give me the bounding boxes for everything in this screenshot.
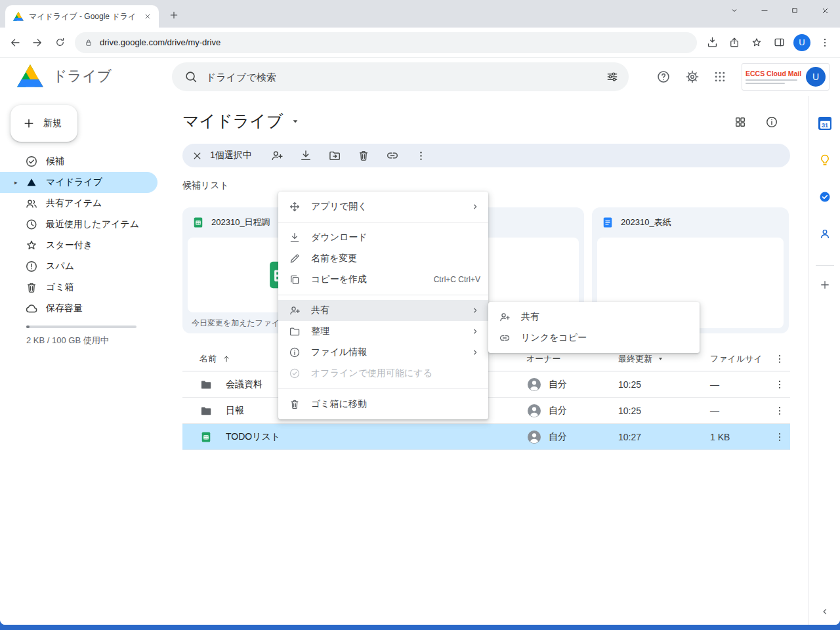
share-person-add-button[interactable] [262,144,291,167]
details-info-icon[interactable] [761,112,782,133]
search-input[interactable] [206,72,592,83]
bookmark-star-icon[interactable] [746,32,768,54]
window-minimize-button[interactable] [749,0,780,21]
sidebar-item-storage[interactable]: 保存容量 [0,298,158,319]
new-button[interactable]: 新規 [10,105,77,142]
side-panel-icon[interactable] [768,32,790,54]
modified-caret-down-icon[interactable] [656,354,665,363]
row-actions-kebab-icon[interactable] [769,431,790,443]
browser-profile-avatar[interactable]: U [793,34,810,51]
back-button[interactable] [4,32,26,54]
account-avatar[interactable]: U [806,67,826,87]
spreadsheet-file-icon [192,216,205,229]
sort-ascending-arrow-icon[interactable] [222,354,231,364]
move-to-folder-button[interactable] [320,144,349,167]
suggested-section-label: 候補リスト [182,180,229,192]
title-caret-down-icon[interactable] [290,116,301,127]
menu-item-organize[interactable]: 整理 [278,321,488,342]
downloads-icon[interactable] [701,32,723,54]
more-actions-kebab-icon[interactable] [407,144,436,167]
sidebar-item-recent[interactable]: 最近使用したアイテム [0,214,158,235]
storage-progress-fill [26,326,30,328]
menu-item-make-copy[interactable]: コピーを作成 Ctrl+C Ctrl+V [278,269,488,290]
header-owner-cell[interactable]: オーナー [526,353,618,365]
menu-item-download[interactable]: ダウンロード [278,227,488,248]
submenu-item-share[interactable]: 共有 [488,306,700,327]
drive-logo[interactable]: ドライブ [17,64,112,88]
reload-button[interactable] [49,32,71,54]
account-badge[interactable]: ECCS Cloud Mail U [742,63,830,91]
share-page-icon[interactable] [723,32,746,54]
row-actions-kebab-icon[interactable] [769,405,790,417]
account-badge-text: ECCS Cloud Mail [746,70,802,84]
google-apps-grid-icon[interactable] [709,66,730,87]
menu-item-share[interactable]: 共有 [278,300,488,321]
address-bar[interactable]: drive.google.com/drive/my-drive [75,32,697,53]
submenu-chevron-right-icon [470,305,480,316]
clear-selection-close-icon[interactable] [185,144,209,167]
row-size-cell: 1 KB [710,432,769,442]
calendar-icon[interactable]: 31 [809,110,840,136]
trash-button[interactable] [349,144,378,167]
sidebar-item-shared[interactable]: 共有アイテム [0,193,158,214]
account-badge-subtext-line [746,83,785,84]
offline-pin-icon [288,367,301,380]
search-icon[interactable] [184,70,198,84]
download-button[interactable] [291,144,320,167]
menu-item-open-with[interactable]: アプリで開く [278,196,488,217]
help-icon[interactable] [653,66,674,87]
forward-button[interactable] [26,32,49,54]
grid-view-toggle-icon[interactable] [730,112,751,133]
tasks-icon[interactable] [809,184,840,210]
hide-side-panel-chevron-icon[interactable] [809,598,840,625]
submenu-item-copy-link[interactable]: リンクをコピー [488,327,700,348]
search-options-tune-icon[interactable] [600,64,625,89]
drive-sidebar: 新規 候補 ▸ マイドライブ 共有アイテム 最近使用したアイテム [0,96,169,625]
header-options-kebab-icon[interactable] [769,353,790,365]
row-actions-kebab-icon[interactable] [769,379,790,390]
sidebar-item-spam[interactable]: スパム [0,256,158,277]
row-size-cell: — [710,379,769,390]
trash-icon [288,398,301,411]
contacts-icon[interactable] [809,220,840,247]
browser-tab[interactable]: マイドライブ - Google ドライブ [5,5,159,28]
sidebar-item-label: 保存容量 [46,303,83,314]
new-tab-button[interactable] [165,7,182,24]
header-modified-cell[interactable]: 最終更新 [618,353,710,365]
sidebar-item-my-drive[interactable]: ▸ マイドライブ [0,172,158,193]
copy-link-button[interactable] [378,144,407,167]
menu-item-label: アプリで開く [311,201,460,213]
menu-item-move-to-trash[interactable]: ゴミ箱に移動 [278,394,488,415]
window-maximize-button[interactable] [780,0,810,21]
owner-name: 自分 [549,431,567,443]
sidebar-item-trash[interactable]: ゴミ箱 [0,277,158,298]
browser-menu-kebab-icon[interactable] [814,32,836,54]
keep-icon[interactable] [809,147,840,173]
site-security-icon[interactable] [84,38,93,47]
settings-gear-icon[interactable] [682,66,703,87]
sidebar-item-starred[interactable]: スター付き [0,235,158,256]
tab-search-chevron-icon[interactable] [719,0,749,21]
sidebar-item-suggested[interactable]: 候補 [0,151,158,172]
header-size-label: ファイルサイ [710,354,763,364]
menu-item-file-info[interactable]: ファイル情報 [278,342,488,363]
share-submenu: 共有 リンクをコピー [488,302,700,353]
organize-folder-icon [288,325,301,338]
table-row-selected[interactable]: TODOリスト 自分 10:27 1 KB [182,424,790,450]
header-size-cell[interactable]: ファイルサイ [710,353,769,365]
row-owner-cell: 自分 [526,429,618,445]
download-icon [288,231,301,244]
sidebar-item-label: 最近使用したアイテム [46,219,139,230]
expand-arrow-icon[interactable]: ▸ [14,179,25,186]
row-modified-cell: 10:27 [618,432,710,442]
window-controls [719,0,840,21]
menu-item-label: 名前を変更 [311,253,480,264]
search-bar[interactable] [172,62,629,91]
tab-title: マイドライブ - Google ドライブ [29,11,136,22]
page-title[interactable]: マイドライブ [182,110,301,132]
tab-close-icon[interactable] [142,10,154,22]
window-close-button[interactable] [810,0,840,21]
menu-item-rename[interactable]: 名前を変更 [278,248,488,269]
get-addons-plus-icon[interactable] [809,272,840,298]
storage-usage-text: 2 KB / 100 GB 使用中 [26,335,109,346]
